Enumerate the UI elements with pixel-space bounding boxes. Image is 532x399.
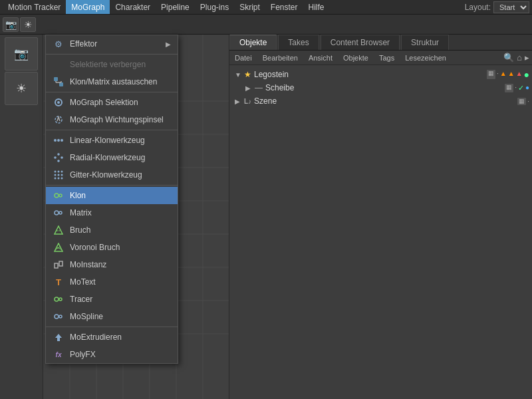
sidebar-icon-sun[interactable]: ☀ [5,72,38,105]
more-icon[interactable]: ▸ [525,53,529,63]
mograph-selektion-icon [53,96,65,108]
light-icon: ☀ [24,19,33,30]
svg-point-35 [58,178,60,180]
svg-point-21 [54,139,57,142]
matrix-label: Matrix [70,208,92,217]
subtoolbar-ansicht[interactable]: Ansicht [306,54,335,62]
menu-item-motext[interactable]: T MoText [46,273,178,291]
menu-plug-ins[interactable]: Plug-ins [195,0,234,14]
search-icon[interactable]: 🔍 [503,53,514,63]
mograph-selektion-label: MoGraph Selektion [70,98,138,107]
menu-item-tracer[interactable]: Tracer [46,291,178,308]
subtoolbar-datei[interactable]: Datei [232,54,255,62]
legostein-label: Legostein [254,70,484,79]
menu-item-bruch[interactable]: Bruch [46,221,178,239]
mograph-wichtungspinsel-icon [53,114,65,126]
svg-point-29 [58,171,60,173]
svg-point-30 [61,171,63,173]
tab-takes[interactable]: Takes [278,35,319,50]
subtoolbar-lesezeichen[interactable]: Lesezeichen [402,54,449,62]
moextrudieren-label: MoExtrudieren [70,332,122,342]
svg-point-38 [59,194,62,197]
menu-charakter[interactable]: Charakter [110,0,156,14]
svg-point-19 [57,101,60,104]
menu-item-effektor[interactable]: ⚙ Effektor ▶ [46,35,178,53]
menu-item-polyfx[interactable]: fx PolyFX [46,346,178,363]
svg-point-39 [55,211,59,215]
menu-item-moextrudieren[interactable]: MoExtrudieren [46,329,178,346]
menu-item-moinstanz[interactable]: MoInstanz [46,256,178,273]
badge-tri-orange1: ▲ [500,70,507,79]
mospline-icon [53,311,65,323]
menu-bar: Motion Tracker MoGraph Charakter Pipelin… [0,0,532,15]
submenu-arrow: ▶ [166,41,171,48]
subtoolbar-bearbeiten[interactable]: Bearbeiten [260,54,301,62]
scheibe-badges: ▦ · ✓ ● [505,84,529,92]
moextrudieren-icon [53,331,65,343]
svg-rect-47 [59,261,63,266]
scheibe-label: Scheibe [265,83,502,92]
menu-item-linear-klonwerkzeug[interactable]: Linear-Klonwerkzeug [46,132,178,149]
klon-matrix-icon [53,76,65,88]
tree-item-szene[interactable]: ▶ L♪ Szene ▦ · [229,94,532,108]
voronoi-icon [53,241,65,253]
toolbar-camera-btn[interactable]: 📷 [3,17,19,32]
moinstanz-label: MoInstanz [70,260,106,269]
expand-arrow-legostein[interactable]: ▼ [235,71,241,78]
tab-struktur[interactable]: Struktur [401,35,449,50]
expand-arrow-scheibe[interactable]: ▶ [245,84,252,92]
polyfx-icon: fx [53,348,65,360]
bruch-label: Bruch [70,225,90,235]
menu-item-klon-matrix[interactable]: Klon/Matrix austauschen [46,73,178,90]
expand-arrow-szene[interactable]: ▶ [235,98,241,105]
menu-item-klon[interactable]: Klon [46,187,178,204]
menu-item-mograph-selektion[interactable]: MoGraph Selektion [46,94,178,111]
svg-point-27 [54,156,57,159]
klon-matrix-label: Klon/Matrix austauschen [70,77,157,86]
sidebar-camera-icon: 📷 [14,47,29,61]
tab-content-browser[interactable]: Content Browser [321,35,400,50]
menu-item-radial-klonwerkzeug[interactable]: Radial-Klonwerkzeug [46,149,178,166]
menu-skript[interactable]: Skript [234,0,265,14]
svg-rect-15 [59,82,63,86]
layout-select[interactable]: Start [493,1,529,13]
tree-item-legostein[interactable]: ▼ ★ Legostein ▦ · ▲ ▲ ▲ ● [229,68,532,81]
toolbar-light-btn[interactable]: ☀ [20,17,36,32]
home-icon[interactable]: ⌂ [517,53,522,63]
svg-point-49 [59,298,62,301]
svg-point-34 [55,178,57,180]
menu-hilfe[interactable]: Hilfe [303,0,330,14]
subtoolbar-tags[interactable]: Tags [376,54,397,62]
mograph-dropdown: ⚙ Effektor ▶ Selektierte verbergen Klon/… [45,35,178,364]
linear-klonwerkzeug-label: Linear-Klonwerkzeug [70,136,145,145]
svg-point-32 [58,174,60,176]
menu-item-voronoi-bruch[interactable]: Voronoi Bruch [46,239,178,256]
svg-point-23 [61,139,63,142]
svg-marker-52 [55,334,62,341]
tab-objekte[interactable]: Objekte [229,35,277,50]
badge-grid3: ▦ [517,98,526,105]
left-sidebar: 📷 ☀ [0,35,43,399]
menu-mograph[interactable]: MoGraph [66,0,110,14]
menu-item-matrix[interactable]: Matrix [46,204,178,221]
moinstanz-icon [53,259,65,271]
badge-grid1: ▦ [487,70,495,79]
menu-item-mograph-wichtungspinsel[interactable]: MoGraph Wichtungspinsel [46,111,178,128]
badge-dot2: · [515,84,517,92]
menu-pipeline[interactable]: Pipeline [156,0,195,14]
menu-item-mospline[interactable]: MoSpline [46,308,178,325]
sidebar-icon-camera[interactable]: 📷 [5,37,38,70]
tree-item-scheibe[interactable]: ▶ — Scheibe ▦ · ✓ ● [229,81,532,94]
svg-point-28 [55,171,57,173]
menu-item-gitter-klonwerkzeug[interactable]: Gitter-Klonwerkzeug [46,166,178,184]
badge-dot3: · [527,98,529,105]
tabs-row: Objekte Takes Content Browser Struktur [229,35,532,51]
menu-motion-tracker[interactable]: Motion Tracker [3,0,66,14]
sub-toolbar: Datei Bearbeiten Ansicht Objekte Tags Le… [229,51,532,65]
object-tree: ▼ ★ Legostein ▦ · ▲ ▲ ▲ ● ▶ — Scheibe ▦ [229,65,532,399]
camera-icon: 📷 [5,19,17,30]
menu-fenster[interactable]: Fenster [265,0,303,14]
subtoolbar-objekte[interactable]: Objekte [340,54,371,62]
menu-item-selektierte-verbergen: Selektierte verbergen [46,56,178,73]
klon-icon [53,190,65,201]
